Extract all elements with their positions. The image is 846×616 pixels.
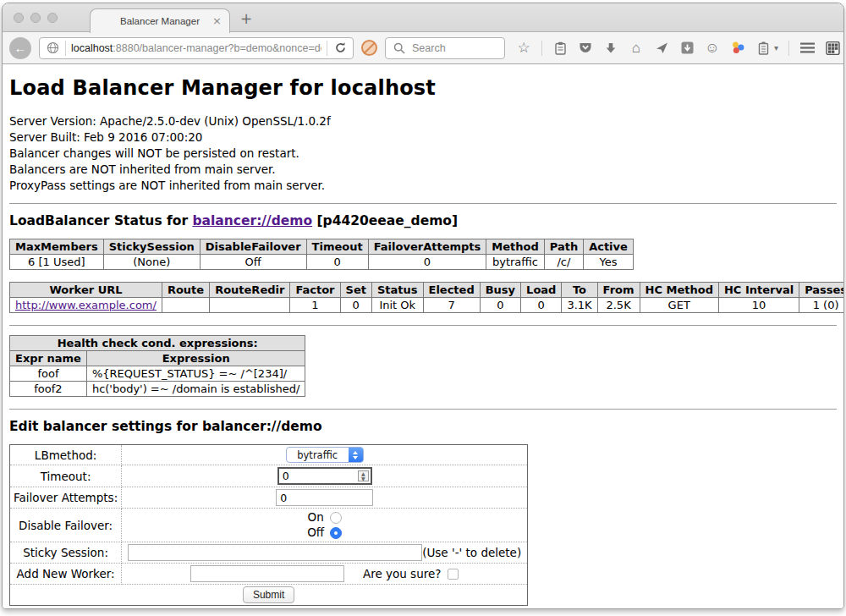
busy-cell: 0 (480, 298, 520, 313)
disable-failover-on-radio[interactable] (330, 512, 342, 524)
column-header: RouteRedir (210, 283, 290, 298)
column-header: HC Interval (718, 283, 799, 298)
url-path: :8880/balancer-manager?b=demo&nonce=decc… (113, 42, 321, 54)
new-tab-button[interactable]: + (240, 10, 252, 27)
number-stepper-icon[interactable]: ▲▼ (358, 470, 369, 481)
worker-row: http://www.example.com/ 1 0 Init Ok 7 0 … (10, 298, 845, 313)
balancer-status-table: MaxMembers StickySession DisableFailover… (9, 239, 634, 270)
column-header: HC Method (640, 283, 718, 298)
browser-tab[interactable]: Balancer Manager × (90, 8, 230, 33)
column-header: FailoverAttempts (368, 239, 486, 255)
menu-hamburger-icon[interactable] (799, 41, 815, 56)
reload-icon[interactable] (332, 41, 348, 56)
content-blocked-icon[interactable] (361, 40, 377, 56)
submit-button[interactable]: Submit (243, 586, 294, 603)
timeout-label: Timeout: (10, 465, 122, 487)
are-you-sure-label: Are you sure? (363, 567, 442, 580)
table-header-row: Expr name Expression (10, 351, 305, 366)
globe-icon (45, 41, 60, 56)
feedback-smiley-icon[interactable]: ☺ (705, 41, 720, 56)
back-button[interactable]: ← (9, 37, 31, 59)
minimize-window-button[interactable] (30, 13, 41, 23)
hc-interval-cell: 10 (718, 298, 799, 313)
column-header: Path (544, 239, 583, 255)
column-header: Active (584, 239, 634, 255)
hc-method-cell: GET (640, 298, 718, 313)
sticky-session-input[interactable] (128, 544, 422, 561)
column-header: Route (162, 283, 209, 298)
grid-extension-icon[interactable] (825, 41, 840, 56)
url-text[interactable]: localhost:8880/balancer-manager?b=demo&n… (71, 42, 321, 54)
table-row: foof %{REQUEST_STATUS} =~ /^[234]/ (10, 366, 305, 382)
lbmethod-row: LBmethod: bytraffic (10, 445, 528, 465)
clipboard-icon[interactable] (552, 41, 568, 56)
disable-failover-off-radio[interactable] (330, 527, 342, 539)
submit-row: Submit (10, 585, 528, 606)
url-host: localhost (71, 42, 113, 54)
column-header: Factor (290, 283, 340, 298)
select-stepper-icon[interactable] (349, 448, 363, 462)
column-header: MaxMembers (10, 239, 104, 255)
column-header: Busy (480, 283, 520, 298)
column-header: Expr name (10, 351, 87, 366)
divider (9, 409, 837, 410)
table-row: foof2 hc('body') =~ /domain is establish… (10, 382, 305, 397)
column-header: To (562, 283, 597, 298)
urlbar-divider (327, 41, 327, 56)
pocket-icon[interactable] (578, 41, 593, 56)
colored-dots-extension-icon[interactable] (730, 41, 745, 56)
loadbalancer-status-heading: LoadBalancer Status for balancer://demo … (9, 213, 837, 228)
worker-url-link[interactable]: http://www.example.com/ (15, 299, 157, 311)
send-icon[interactable] (654, 41, 669, 56)
are-you-sure-checkbox[interactable] (448, 569, 459, 580)
search-bar[interactable] (385, 37, 505, 59)
downloads-icon[interactable] (603, 41, 618, 56)
server-info: Server Version: Apache/2.5.0-dev (Unix) … (9, 113, 837, 194)
column-header: Method (486, 239, 544, 255)
close-window-button[interactable] (14, 13, 24, 23)
worker-status-table: Worker URL Route RouteRedir Factor Set S… (9, 282, 844, 313)
home-icon[interactable]: ⌂ (629, 41, 644, 56)
table-header-row: Worker URL Route RouteRedir Factor Set S… (10, 283, 845, 298)
server-built: Server Built: Feb 9 2016 07:00:20 (9, 129, 837, 146)
sticky-session-hint: (Use '-' to delete) (422, 546, 521, 559)
url-bar[interactable]: localhost:8880/balancer-manager?b=demo&n… (39, 37, 354, 59)
column-header: Status (371, 283, 423, 298)
radio-off-label: Off (307, 525, 324, 540)
tab-title: Balancer Manager (120, 16, 200, 26)
save-box-icon[interactable] (679, 41, 695, 56)
sidebar-list-extension-icon[interactable] (755, 41, 771, 56)
server-version: Server Version: Apache/2.5.0-dev (Unix) … (9, 113, 837, 129)
urlbar-divider (65, 41, 66, 56)
add-worker-row: Add New Worker: Are you sure? (10, 564, 528, 585)
set-cell: 0 (340, 298, 371, 313)
timeout-row: Timeout: ▲▼ (10, 465, 528, 487)
failoverattempts-cell: 0 (368, 255, 486, 270)
zoom-window-button[interactable] (47, 13, 58, 23)
disable-failover-label: Disable Failover: (10, 509, 122, 542)
tab-close-icon[interactable]: × (212, 15, 222, 26)
column-header: StickySession (103, 239, 200, 255)
sticky-session-row: Sticky Session: (Use '-' to delete) (10, 542, 528, 564)
search-input[interactable] (412, 42, 498, 54)
add-worker-input[interactable] (190, 565, 344, 582)
search-icon (392, 41, 407, 56)
lbmethod-select[interactable]: bytraffic (286, 447, 364, 463)
bookmark-star-icon[interactable]: ☆ (516, 41, 531, 56)
from-cell: 2.5K (597, 298, 640, 313)
browser-window: Balancer Manager × + ← localhost:8880/ba… (2, 3, 844, 609)
health-table-title: Health check cond. expressions: (10, 336, 305, 351)
divider (9, 203, 837, 204)
navigation-toolbar: ← localhost:8880/balancer-manager?b=demo… (3, 32, 843, 64)
status-heading-prefix: LoadBalancer Status for (9, 213, 192, 228)
balancer-demo-link[interactable]: balancer://demo (192, 213, 312, 228)
add-worker-label: Add New Worker: (10, 564, 122, 585)
tab-bar: Balancer Manager × + (3, 3, 843, 32)
chevron-down-icon[interactable]: ▾ (774, 43, 778, 52)
expr-name-cell: foof2 (10, 382, 87, 397)
routeredir-cell (210, 298, 290, 313)
toolbar-divider (541, 41, 542, 56)
status-cell: Init Ok (371, 298, 423, 313)
failover-attempts-input[interactable] (276, 489, 373, 506)
failover-attempts-row: Failover Attempts: (10, 487, 528, 509)
